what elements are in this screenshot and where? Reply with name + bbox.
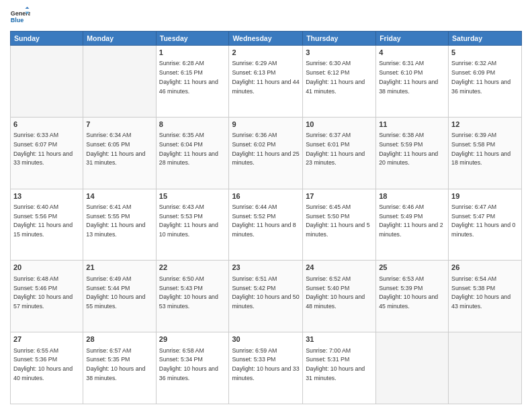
day-info: Sunrise: 6:59 AMSunset: 5:33 PMDaylight:… <box>232 347 299 381</box>
calendar-day-cell: 15Sunrise: 6:43 AMSunset: 5:53 PMDayligh… <box>156 189 229 261</box>
calendar-day-cell: 21Sunrise: 6:49 AMSunset: 5:44 PMDayligh… <box>83 261 156 332</box>
calendar-day-cell: 20Sunrise: 6:48 AMSunset: 5:46 PMDayligh… <box>11 261 83 332</box>
day-number: 19 <box>451 191 519 201</box>
calendar-day-cell: 26Sunrise: 6:54 AMSunset: 5:38 PMDayligh… <box>449 261 522 332</box>
calendar-day-cell: 27Sunrise: 6:55 AMSunset: 5:36 PMDayligh… <box>11 332 83 404</box>
day-info: Sunrise: 6:48 AMSunset: 5:46 PMDaylight:… <box>13 275 73 310</box>
calendar-day-cell: 11Sunrise: 6:38 AMSunset: 5:59 PMDayligh… <box>376 117 449 189</box>
day-number: 17 <box>306 191 373 201</box>
day-info: Sunrise: 6:40 AMSunset: 5:56 PMDaylight:… <box>13 203 73 238</box>
day-number: 6 <box>13 120 80 130</box>
calendar-day-cell: 6Sunrise: 6:33 AMSunset: 6:07 PMDaylight… <box>11 117 83 189</box>
day-number: 13 <box>13 191 80 201</box>
calendar-day-cell: 9Sunrise: 6:36 AMSunset: 6:02 PMDaylight… <box>229 117 303 189</box>
calendar-day-cell: 14Sunrise: 6:41 AMSunset: 5:55 PMDayligh… <box>83 189 156 261</box>
calendar-week-row: 20Sunrise: 6:48 AMSunset: 5:46 PMDayligh… <box>11 261 522 332</box>
day-info: Sunrise: 6:34 AMSunset: 6:05 PMDaylight:… <box>86 132 145 166</box>
day-info: Sunrise: 6:52 AMSunset: 5:40 PMDaylight:… <box>306 275 365 310</box>
day-number: 15 <box>159 191 226 201</box>
calendar-week-row: 13Sunrise: 6:40 AMSunset: 5:56 PMDayligh… <box>11 189 522 261</box>
calendar-day-cell: 23Sunrise: 6:51 AMSunset: 5:42 PMDayligh… <box>229 261 303 332</box>
calendar-day-cell: 18Sunrise: 6:46 AMSunset: 5:49 PMDayligh… <box>376 189 449 261</box>
day-number: 9 <box>232 120 300 130</box>
day-info: Sunrise: 6:41 AMSunset: 5:55 PMDaylight:… <box>86 203 145 238</box>
day-of-week-header: Thursday <box>303 32 376 46</box>
day-info: Sunrise: 6:55 AMSunset: 5:36 PMDaylight:… <box>13 347 73 381</box>
calendar-week-row: 1Sunrise: 6:28 AMSunset: 6:15 PMDaylight… <box>11 46 522 118</box>
day-info: Sunrise: 6:53 AMSunset: 5:39 PMDaylight:… <box>379 275 438 310</box>
header: General Blue <box>10 7 522 27</box>
day-number: 1 <box>159 48 226 58</box>
day-number: 4 <box>379 48 445 58</box>
day-number: 14 <box>86 191 152 201</box>
calendar-day-cell: 7Sunrise: 6:34 AMSunset: 6:05 PMDaylight… <box>83 117 156 189</box>
day-info: Sunrise: 6:58 AMSunset: 5:34 PMDaylight:… <box>159 347 218 381</box>
day-of-week-header: Wednesday <box>229 32 303 46</box>
day-info: Sunrise: 6:29 AMSunset: 6:13 PMDaylight:… <box>232 60 299 94</box>
day-of-week-header: Sunday <box>11 32 83 46</box>
calendar-day-cell: 12Sunrise: 6:39 AMSunset: 5:58 PMDayligh… <box>449 117 522 189</box>
calendar-day-cell <box>449 332 522 404</box>
day-number: 3 <box>306 48 373 58</box>
day-number: 26 <box>451 263 519 273</box>
calendar-day-cell: 28Sunrise: 6:57 AMSunset: 5:35 PMDayligh… <box>83 332 156 404</box>
day-info: Sunrise: 6:33 AMSunset: 6:07 PMDaylight:… <box>13 132 73 166</box>
calendar-day-cell: 2Sunrise: 6:29 AMSunset: 6:13 PMDaylight… <box>229 46 303 118</box>
calendar-day-cell: 24Sunrise: 6:52 AMSunset: 5:40 PMDayligh… <box>303 261 376 332</box>
day-number: 7 <box>86 120 152 130</box>
day-number: 22 <box>159 263 226 273</box>
calendar-day-cell <box>376 332 449 404</box>
calendar-day-cell: 16Sunrise: 6:44 AMSunset: 5:52 PMDayligh… <box>229 189 303 261</box>
day-info: Sunrise: 6:51 AMSunset: 5:42 PMDaylight:… <box>232 275 299 310</box>
day-info: Sunrise: 6:28 AMSunset: 6:15 PMDaylight:… <box>159 60 218 94</box>
calendar-day-cell <box>11 46 83 118</box>
day-info: Sunrise: 6:31 AMSunset: 6:10 PMDaylight:… <box>379 60 438 94</box>
calendar-day-cell <box>83 46 156 118</box>
calendar-day-cell: 4Sunrise: 6:31 AMSunset: 6:10 PMDaylight… <box>376 46 449 118</box>
svg-text:Blue: Blue <box>11 17 24 24</box>
day-info: Sunrise: 6:46 AMSunset: 5:49 PMDaylight:… <box>379 203 443 238</box>
calendar-day-cell: 29Sunrise: 6:58 AMSunset: 5:34 PMDayligh… <box>156 332 229 404</box>
calendar-day-cell: 30Sunrise: 6:59 AMSunset: 5:33 PMDayligh… <box>229 332 303 404</box>
day-number: 18 <box>379 191 445 201</box>
day-info: Sunrise: 6:36 AMSunset: 6:02 PMDaylight:… <box>232 132 299 166</box>
day-info: Sunrise: 6:30 AMSunset: 6:12 PMDaylight:… <box>306 60 365 94</box>
calendar-week-row: 27Sunrise: 6:55 AMSunset: 5:36 PMDayligh… <box>11 332 522 404</box>
calendar-day-cell: 10Sunrise: 6:37 AMSunset: 6:01 PMDayligh… <box>303 117 376 189</box>
day-number: 8 <box>159 120 226 130</box>
calendar-week-row: 6Sunrise: 6:33 AMSunset: 6:07 PMDaylight… <box>11 117 522 189</box>
day-info: Sunrise: 6:47 AMSunset: 5:47 PMDaylight:… <box>451 203 515 238</box>
day-number: 5 <box>451 48 519 58</box>
day-number: 10 <box>306 120 373 130</box>
calendar-day-cell: 22Sunrise: 6:50 AMSunset: 5:43 PMDayligh… <box>156 261 229 332</box>
day-number: 24 <box>306 263 373 273</box>
day-info: Sunrise: 6:43 AMSunset: 5:53 PMDaylight:… <box>159 203 218 238</box>
calendar-day-cell: 5Sunrise: 6:32 AMSunset: 6:09 PMDaylight… <box>449 46 522 118</box>
svg-marker-2 <box>26 7 30 9</box>
day-number: 2 <box>232 48 300 58</box>
day-number: 12 <box>451 120 519 130</box>
calendar-day-cell: 3Sunrise: 6:30 AMSunset: 6:12 PMDaylight… <box>303 46 376 118</box>
day-info: Sunrise: 6:54 AMSunset: 5:38 PMDaylight:… <box>451 275 511 310</box>
day-info: Sunrise: 6:57 AMSunset: 5:35 PMDaylight:… <box>86 347 145 381</box>
calendar-header-row: SundayMondayTuesdayWednesdayThursdayFrid… <box>11 32 522 46</box>
day-number: 28 <box>86 334 152 345</box>
day-info: Sunrise: 6:49 AMSunset: 5:44 PMDaylight:… <box>86 275 145 310</box>
day-number: 20 <box>13 263 80 273</box>
calendar-day-cell: 17Sunrise: 6:45 AMSunset: 5:50 PMDayligh… <box>303 189 376 261</box>
calendar-day-cell: 1Sunrise: 6:28 AMSunset: 6:15 PMDaylight… <box>156 46 229 118</box>
day-info: Sunrise: 6:50 AMSunset: 5:43 PMDaylight:… <box>159 275 218 310</box>
day-info: Sunrise: 6:37 AMSunset: 6:01 PMDaylight:… <box>306 132 365 166</box>
calendar-day-cell: 25Sunrise: 6:53 AMSunset: 5:39 PMDayligh… <box>376 261 449 332</box>
day-info: Sunrise: 6:32 AMSunset: 6:09 PMDaylight:… <box>451 60 511 94</box>
calendar-day-cell: 13Sunrise: 6:40 AMSunset: 5:56 PMDayligh… <box>11 189 83 261</box>
day-of-week-header: Saturday <box>449 32 522 46</box>
day-number: 16 <box>232 191 300 201</box>
logo: General Blue <box>10 7 30 27</box>
calendar-day-cell: 31Sunrise: 7:00 AMSunset: 5:31 PMDayligh… <box>303 332 376 404</box>
page: General Blue SundayMondayTuesdayWednesda… <box>0 0 532 411</box>
day-info: Sunrise: 6:38 AMSunset: 5:59 PMDaylight:… <box>379 132 438 166</box>
calendar-day-cell: 19Sunrise: 6:47 AMSunset: 5:47 PMDayligh… <box>449 189 522 261</box>
day-number: 27 <box>13 334 80 345</box>
day-number: 31 <box>306 334 373 345</box>
